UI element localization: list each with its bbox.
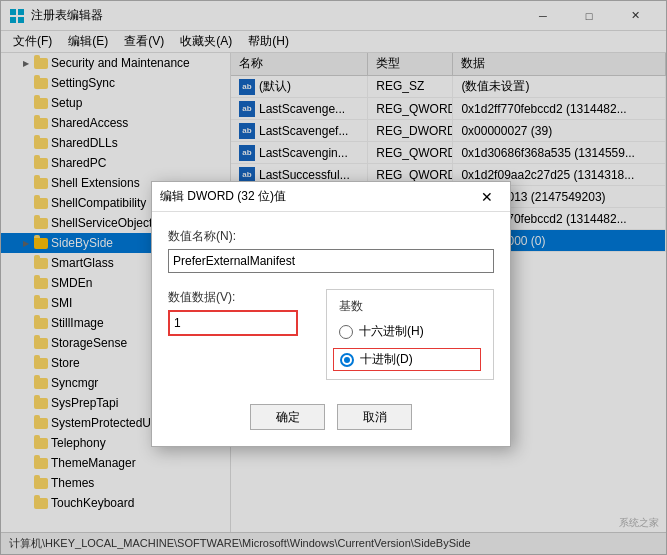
value-data-input[interactable] bbox=[168, 310, 298, 336]
radio-hex-label: 十六进制(H) bbox=[359, 323, 424, 340]
radio-dec-label: 十进制(D) bbox=[360, 351, 413, 368]
dialog-row: 数值数据(V): 基数 十六进制(H) 十进制(D) bbox=[168, 289, 494, 380]
cancel-button[interactable]: 取消 bbox=[337, 404, 412, 430]
radio-dec-button[interactable] bbox=[340, 353, 354, 367]
value-name-input[interactable] bbox=[168, 249, 494, 273]
radio-hex-button[interactable] bbox=[339, 325, 353, 339]
dialog-title-bar: 编辑 DWORD (32 位)值 ✕ bbox=[152, 182, 510, 212]
dialog-close-button[interactable]: ✕ bbox=[472, 183, 502, 211]
base-label: 基数 bbox=[339, 298, 481, 315]
base-section: 基数 十六进制(H) 十进制(D) bbox=[326, 289, 494, 380]
ok-button[interactable]: 确定 bbox=[250, 404, 325, 430]
edit-dword-dialog: 编辑 DWORD (32 位)值 ✕ 数值名称(N): 数值数据(V): 基数 bbox=[151, 181, 511, 447]
dialog-title: 编辑 DWORD (32 位)值 bbox=[160, 188, 472, 205]
modal-overlay: 编辑 DWORD (32 位)值 ✕ 数值名称(N): 数值数据(V): 基数 bbox=[1, 1, 666, 554]
value-name-label: 数值名称(N): bbox=[168, 228, 494, 245]
radio-hex-item[interactable]: 十六进制(H) bbox=[339, 323, 481, 340]
main-window: 注册表编辑器 ─ □ ✕ 文件(F) 编辑(E) 查看(V) 收藏夹(A) 帮助… bbox=[0, 0, 667, 555]
dialog-buttons: 确定 取消 bbox=[168, 396, 494, 430]
value-data-label: 数值数据(V): bbox=[168, 289, 310, 306]
radio-group: 十六进制(H) 十进制(D) bbox=[339, 323, 481, 371]
radio-dec-item[interactable]: 十进制(D) bbox=[333, 348, 481, 371]
dialog-body: 数值名称(N): 数值数据(V): 基数 十六进制(H) bbox=[152, 212, 510, 446]
value-data-section: 数值数据(V): bbox=[168, 289, 310, 380]
